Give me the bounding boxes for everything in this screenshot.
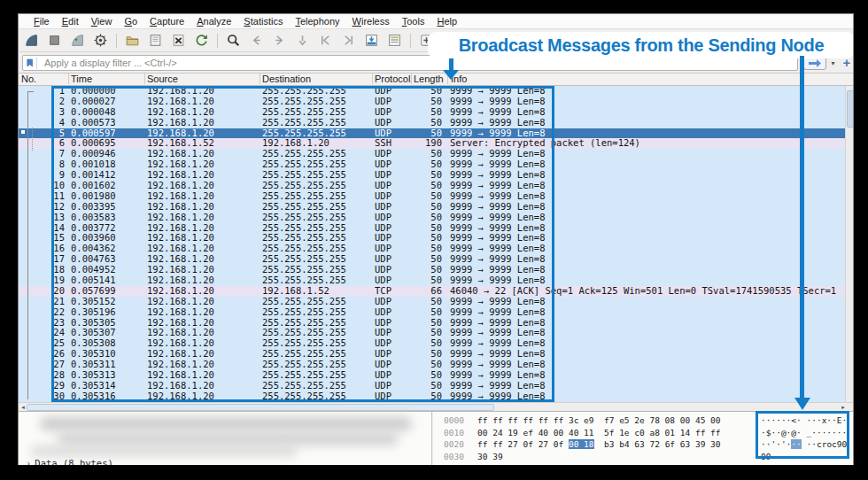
selected-row-marker <box>21 130 25 134</box>
first-packet-icon[interactable] <box>318 33 333 48</box>
column-separator[interactable] <box>411 74 412 84</box>
packet-details-pane: ›Data (8 bytes) <box>19 412 432 465</box>
hex-offset: 0000 <box>444 414 464 427</box>
start-capture-icon[interactable] <box>24 33 39 48</box>
related-packets-dashed-line <box>32 128 33 151</box>
menu-view[interactable]: View <box>85 16 119 27</box>
toolbar-separator <box>410 34 411 48</box>
column-header-source[interactable]: Source <box>147 74 178 85</box>
vscrollbar-thumb[interactable] <box>847 90 854 128</box>
hex-offset: 0010 <box>444 427 464 439</box>
detail-tree-row-data[interactable]: ›Data (8 bytes) <box>26 458 113 465</box>
hex-offset: 0030 <box>444 451 464 463</box>
stop-capture-icon[interactable] <box>47 33 62 48</box>
close-file-icon[interactable] <box>171 33 186 48</box>
menu-wireless[interactable]: Wireless <box>346 16 396 27</box>
column-separator[interactable] <box>144 74 145 84</box>
find-packet-icon[interactable] <box>226 33 241 48</box>
column-header-length[interactable]: Length <box>414 74 444 85</box>
annotation-arrow-to-hex-ascii <box>800 56 804 398</box>
save-file-icon[interactable] <box>148 33 163 48</box>
menu-statistics[interactable]: Statistics <box>237 16 289 27</box>
wireshark-window: FileEditViewGoCaptureAnalyzeStatisticsTe… <box>18 13 854 465</box>
hex-bytes-text: b3 b4 63 72 6f 63 39 30 <box>594 439 721 449</box>
menu-analyze[interactable]: Analyze <box>190 16 237 27</box>
packet-list-header: No. Time Source Destination Protocol Len… <box>19 74 853 86</box>
column-header-time[interactable]: Time <box>71 74 92 85</box>
open-file-icon[interactable] <box>125 33 140 48</box>
column-header-protocol[interactable]: Protocol <box>375 74 410 85</box>
column-separator[interactable] <box>68 74 69 84</box>
hex-bytes-column[interactable]: 30 39 <box>477 451 503 463</box>
last-packet-icon[interactable] <box>341 33 356 48</box>
column-separator[interactable] <box>260 74 260 84</box>
menu-help[interactable]: Help <box>430 16 463 27</box>
hex-bytes-column[interactable]: ff ff ff ff ff ff 3c e9 f7 e5 2e 78 08 0… <box>477 414 721 427</box>
hex-bytes-text: ff ff ff ff ff ff 3c e9 f7 e5 2e 78 08 0… <box>477 415 721 425</box>
packet-list-vscrollbar[interactable] <box>845 86 854 402</box>
annotation-arrowhead-info <box>443 70 459 80</box>
menu-bar: FileEditViewGoCaptureAnalyzeStatisticsTe… <box>19 14 853 29</box>
annotation-callout-text: Broadcast Messages from the Sending Node <box>459 35 825 56</box>
column-header-no[interactable]: No. <box>21 74 36 85</box>
packet-list-hscrollbar[interactable]: ◂ ▸ <box>19 402 853 412</box>
hex-bytes-text: 00 24 19 ef 40 00 40 11 5f 1e c0 a8 01 1… <box>477 428 721 437</box>
hscroll-right-arrow[interactable]: ▸ <box>839 403 848 411</box>
annotation-arrowhead-hex <box>794 398 810 410</box>
menu-file[interactable]: File <box>27 16 56 27</box>
detail-row-label: Data (8 bytes) <box>35 458 113 465</box>
go-to-packet-icon[interactable] <box>295 33 310 48</box>
menu-capture[interactable]: Capture <box>143 16 190 27</box>
menu-edit[interactable]: Edit <box>56 16 85 27</box>
column-separator[interactable] <box>372 74 373 84</box>
go-forward-icon[interactable] <box>272 33 287 48</box>
hex-bytes-text: 30 39 <box>477 452 503 461</box>
restart-capture-icon[interactable] <box>70 33 85 48</box>
column-header-destination[interactable]: Destination <box>262 74 311 85</box>
hex-bytes-text: ff ff 27 0f 27 0f <box>477 439 569 449</box>
filter-bookmark-icon[interactable] <box>26 57 37 69</box>
hex-highlighted-bytes: 00 18 <box>569 439 594 449</box>
annotation-box-packet-list <box>51 86 554 402</box>
blurred-detail-content <box>31 446 297 456</box>
annotation-callout-bubble: Broadcast Messages from the Sending Node <box>428 32 854 58</box>
hex-bytes-column[interactable]: ff ff 27 0f 27 0f 00 18 b3 b4 63 72 6f 6… <box>477 438 721 451</box>
blurred-detail-content <box>58 432 399 445</box>
annotation-box-hex-ascii <box>756 411 849 459</box>
hscrollbar-thumb[interactable] <box>27 404 494 411</box>
reload-file-icon[interactable] <box>194 33 209 48</box>
toolbar-separator <box>217 34 218 48</box>
menu-go[interactable]: Go <box>118 16 143 27</box>
colorize-icon[interactable] <box>387 33 402 48</box>
filter-placeholder: Apply a display filter ... <Ctrl-/> <box>41 58 177 68</box>
hex-offset: 0020 <box>444 438 464 451</box>
menu-telephony[interactable]: Telephony <box>289 16 345 27</box>
toolbar-separator <box>116 34 117 48</box>
auto-scroll-icon[interactable] <box>364 33 379 48</box>
annotation-arrow-to-info-column <box>449 58 453 70</box>
go-back-icon[interactable] <box>249 33 264 48</box>
hex-bytes-column[interactable]: 00 24 19 ef 40 00 40 11 5f 1e c0 a8 01 1… <box>477 427 721 439</box>
expander-icon[interactable]: › <box>26 458 31 465</box>
blurred-detail-content <box>40 417 412 430</box>
capture-options-icon[interactable] <box>93 33 108 48</box>
menu-tools[interactable]: Tools <box>396 16 431 27</box>
